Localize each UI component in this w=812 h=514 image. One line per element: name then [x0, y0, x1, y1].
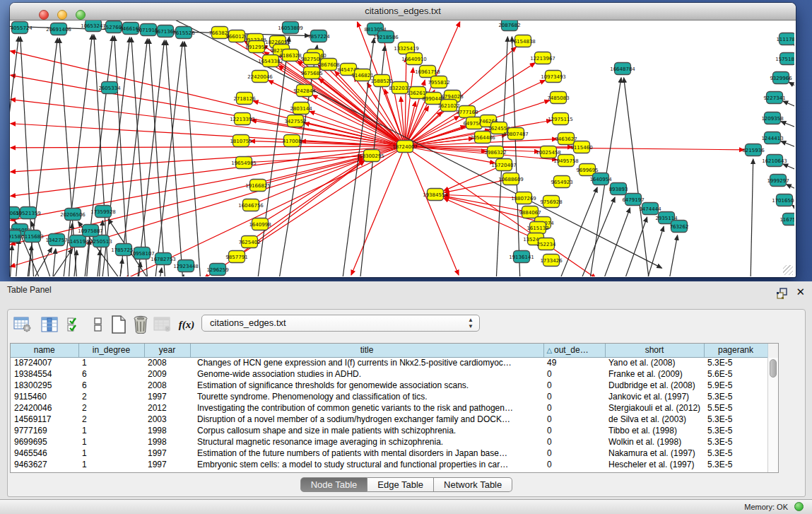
graph-node[interactable]: 9227341 — [763, 92, 785, 104]
edge[interactable] — [137, 40, 165, 276]
tab-edge-table[interactable]: Edge Table — [367, 477, 434, 492]
graph-node[interactable]: 10688609 — [498, 173, 524, 185]
graph-node[interactable]: 3427552 — [284, 115, 306, 127]
table-cell[interactable]: 5.6E-5 — [704, 368, 767, 380]
edge[interactable] — [669, 235, 678, 276]
table-row[interactable]: 977716911998Corpus callosum shape and si… — [11, 425, 767, 436]
table-cell[interactable]: 2008 — [144, 380, 190, 391]
graph-node[interactable]: 16053809 — [278, 22, 303, 34]
table-row[interactable]: 1872400712008Changes of HCN gene express… — [11, 357, 767, 368]
graph-node[interactable]: 16210643 — [762, 155, 787, 167]
table-cell[interactable]: 6 — [78, 368, 144, 380]
graph-node[interactable]: 7857224 — [307, 30, 330, 42]
table-cell[interactable]: 1997 — [144, 448, 190, 459]
edge[interactable] — [258, 158, 363, 185]
table-cell[interactable]: 1 — [78, 436, 144, 448]
column-header-out_de[interactable]: △ out_de… — [543, 344, 605, 357]
table-cell[interactable]: 0 — [543, 448, 605, 459]
graph-node[interactable]: 19136141 — [509, 251, 534, 263]
table-cell[interactable]: 0 — [543, 459, 605, 470]
table-cell[interactable]: 18300295 — [11, 380, 78, 391]
graph-node[interactable]: 9115460 — [570, 141, 592, 153]
window-titlebar[interactable]: citations_edges.txt — [10, 3, 796, 21]
graph-node[interactable]: 12923448 — [173, 260, 199, 272]
table-cell[interactable]: Embryonic stem cells: a model to study s… — [190, 459, 543, 470]
graph-node[interactable]: 6479197 — [622, 194, 644, 206]
graph-node[interactable]: 417008 — [283, 135, 302, 147]
table-cell[interactable]: 5.3E-5 — [704, 391, 767, 402]
graph-node[interactable]: 9777169 — [456, 106, 478, 118]
graph-node[interactable]: 12213393 — [230, 113, 255, 125]
table-cell[interactable]: 22420046 — [11, 402, 78, 414]
table-cell[interactable]: Corpus callosum shape and size in male p… — [190, 425, 543, 436]
edge[interactable] — [10, 245, 12, 276]
edge[interactable] — [351, 146, 405, 275]
graph-node[interactable]: 19654985 — [231, 157, 257, 169]
table-cell[interactable]: de Silva et al. (2003) — [605, 414, 704, 425]
new-document-icon[interactable] — [108, 315, 129, 334]
column-header-year[interactable]: year — [144, 344, 190, 357]
graph-node[interactable]: 9654923 — [551, 176, 572, 188]
graph-node[interactable]: 1615132 — [526, 222, 548, 234]
graph-node[interactable]: 1115683 — [21, 230, 43, 243]
graph-node[interactable]: 39158 — [10, 230, 21, 243]
network-canvas[interactable]: 1405572420691406106532471527602946616010… — [10, 21, 794, 276]
edge[interactable] — [11, 146, 405, 172]
graph-node[interactable]: 12213967 — [530, 52, 555, 64]
graph-node[interactable]: 17359928 — [90, 206, 116, 218]
table-cell[interactable]: 9115460 — [11, 391, 78, 402]
table-row[interactable]: 1830029562008Estimation of significance … — [11, 380, 767, 391]
graph-node[interactable]: 9675685 — [300, 67, 322, 79]
graph-node[interactable]: 1111781 — [776, 33, 794, 45]
table-cell[interactable]: 2008 — [144, 357, 190, 368]
graph-node[interactable]: 19495758 — [553, 155, 579, 167]
table-cell[interactable]: 1998 — [144, 436, 190, 448]
graph-node[interactable]: 7986322 — [484, 146, 506, 158]
table-cell[interactable]: 1 — [78, 448, 144, 459]
table-cell[interactable]: 14569117 — [11, 414, 78, 425]
table-row[interactable]: 969969511998Structural magnetic resonanc… — [11, 436, 767, 448]
table-cell[interactable]: 0 — [543, 402, 605, 414]
delete-table-icon[interactable] — [152, 315, 173, 334]
table-cell[interactable]: 49 — [543, 357, 605, 368]
table-row[interactable]: 1456911722003Disruption of a novel membe… — [11, 414, 767, 425]
vertical-scrollbar[interactable] — [767, 358, 778, 473]
table-cell[interactable]: 2009 — [144, 368, 190, 380]
graph-node[interactable]: 14055724 — [10, 22, 33, 34]
edge[interactable] — [251, 159, 363, 205]
scrollbar-thumb[interactable] — [770, 359, 777, 378]
table-cell[interactable]: Yano et al. (2008) — [605, 357, 704, 368]
edge[interactable] — [159, 268, 162, 276]
graph-node[interactable]: 1209358 — [761, 112, 783, 124]
table-cell[interactable]: 2 — [78, 414, 144, 425]
table-cell[interactable]: 19384554 — [11, 368, 78, 380]
graph-node[interactable]: 1640998 — [249, 218, 271, 230]
column-header-title[interactable]: title — [190, 344, 543, 357]
edge[interactable] — [781, 122, 794, 129]
edge[interactable] — [405, 146, 459, 275]
graph-node[interactable]: 8186328 — [279, 49, 301, 62]
table-cell[interactable]: Wolkin et al. (1998) — [605, 436, 704, 448]
edge[interactable] — [783, 164, 794, 172]
graph-node[interactable]: 15751874 — [775, 53, 794, 65]
table-cell[interactable]: 9777169 — [11, 425, 78, 436]
graph-node[interactable]: 252234 — [537, 238, 556, 250]
edge[interactable] — [166, 40, 183, 276]
table-cell[interactable]: Disruption of a novel member of a sodium… — [190, 414, 543, 425]
table-cell[interactable]: 5.3E-5 — [704, 448, 767, 459]
graph-node[interactable]: 9242844 — [293, 85, 316, 97]
table-cell[interactable]: 0 — [543, 380, 605, 391]
select-rows-icon[interactable] — [64, 315, 86, 334]
graph-node[interactable]: 1999297 — [767, 175, 789, 187]
table-cell[interactable]: 2 — [78, 402, 144, 414]
table-cell[interactable]: 0 — [543, 436, 605, 448]
table-cell[interactable]: 1997 — [144, 459, 190, 470]
table-cell[interactable]: 5.5E-5 — [704, 402, 767, 414]
edge[interactable] — [787, 185, 794, 192]
graph-node[interactable]: 1244413 — [761, 132, 783, 144]
table-cell[interactable]: 5.3E-5 — [704, 436, 767, 448]
graph-node[interactable]: 1296259 — [206, 264, 228, 276]
function-builder-icon[interactable]: f(x) — [176, 315, 197, 334]
graph-node[interactable]: 1167533 — [779, 214, 794, 226]
column-header-in_degree[interactable]: in_degree — [78, 344, 144, 357]
